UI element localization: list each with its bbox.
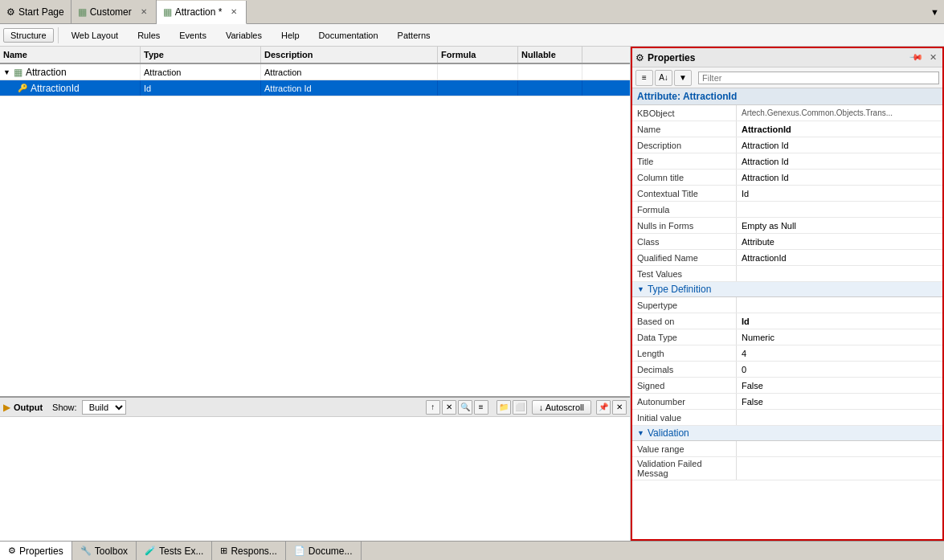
prop-label: Validation Failed Messag bbox=[632, 457, 737, 480]
props-filter-toggle-btn[interactable]: ▼ bbox=[674, 70, 692, 86]
tab-bar: ⚙ Start Page ▦ Customer ✕ ▦ Attraction *… bbox=[0, 0, 944, 24]
expand-icon: ▼ bbox=[3, 68, 10, 76]
show-label: Show: bbox=[52, 403, 77, 412]
output-folder-btn[interactable]: 📁 bbox=[497, 400, 511, 415]
props-row-formula[interactable]: Formula bbox=[632, 202, 942, 218]
col-header-name: Name bbox=[0, 47, 141, 63]
bottom-tab-label: Properties bbox=[19, 546, 63, 557]
props-tab-icon: ⚙ bbox=[8, 546, 16, 556]
grid-body: ▼ ▦ Attraction Attraction Attraction 🔑 A… bbox=[0, 64, 630, 396]
prop-value bbox=[737, 266, 942, 281]
col-header-formula: Formula bbox=[438, 47, 518, 63]
props-row-test-values[interactable]: Test Values bbox=[632, 266, 942, 282]
start-page-icon: ⚙ bbox=[6, 6, 15, 18]
filter-input[interactable] bbox=[698, 72, 939, 84]
bottom-tab-properties[interactable]: ⚙ Properties bbox=[0, 542, 72, 560]
props-row-class[interactable]: Class Attribute bbox=[632, 234, 942, 250]
tab-attraction-close[interactable]: ✕ bbox=[228, 6, 239, 18]
section-header-type-definition[interactable]: ▼ Type Definition bbox=[632, 282, 942, 297]
bottom-tab-toolbox[interactable]: 🔧 Toolbox bbox=[72, 542, 137, 560]
autoscroll-btn[interactable]: ↓ Autoscroll bbox=[532, 400, 591, 415]
props-row-data-type[interactable]: Data Type Numeric bbox=[632, 329, 942, 345]
props-row-column-title[interactable]: Column title Attraction Id bbox=[632, 170, 942, 186]
output-search-btn[interactable]: 🔍 bbox=[458, 400, 472, 415]
props-section-type-definition: Supertype Based on Id Data Type Numeric … bbox=[632, 297, 942, 426]
tests-tab-icon: 🧪 bbox=[145, 546, 156, 556]
prop-value: AttractionId bbox=[737, 121, 942, 137]
props-row-contextual-title[interactable]: Contextual Title Id bbox=[632, 186, 942, 202]
show-dropdown[interactable]: Build bbox=[82, 400, 126, 415]
prop-value bbox=[737, 297, 942, 313]
props-row-signed[interactable]: Signed False bbox=[632, 378, 942, 394]
output-up-btn[interactable]: ↑ bbox=[426, 400, 440, 415]
prop-label: Column title bbox=[632, 170, 737, 185]
output-filter-btn[interactable]: ≡ bbox=[474, 400, 488, 415]
prop-label: Test Values bbox=[632, 266, 737, 281]
structure-btn[interactable]: Structure bbox=[3, 28, 54, 43]
props-row-title[interactable]: Title Attraction Id bbox=[632, 153, 942, 170]
prop-value bbox=[737, 457, 942, 480]
tab-label: Customer bbox=[90, 6, 132, 18]
tab-attraction[interactable]: ▦ Attraction * ✕ bbox=[157, 1, 247, 24]
attraction-table-icon: ▦ bbox=[163, 6, 172, 18]
props-row-based-on[interactable]: Based on Id bbox=[632, 313, 942, 329]
variables-tab[interactable]: Variables bbox=[217, 28, 271, 43]
prop-label: Title bbox=[632, 153, 737, 169]
tab-start-page[interactable]: ⚙ Start Page bbox=[0, 0, 72, 23]
events-tab[interactable]: Events bbox=[170, 28, 215, 43]
prop-value: 0 bbox=[737, 362, 942, 377]
properties-close-btn[interactable]: ✕ bbox=[927, 51, 939, 63]
props-row-decimals[interactable]: Decimals 0 bbox=[632, 362, 942, 378]
prop-value bbox=[737, 410, 942, 425]
section-collapse-icon: ▼ bbox=[637, 429, 644, 437]
props-row-length[interactable]: Length 4 bbox=[632, 345, 942, 362]
prop-label: Description bbox=[632, 137, 737, 153]
bottom-tab-tests[interactable]: 🧪 Tests Ex... bbox=[137, 542, 212, 560]
props-row-nulls[interactable]: Nulls in Forms Empty as Null bbox=[632, 218, 942, 234]
props-list-view-btn[interactable]: ≡ bbox=[635, 70, 653, 86]
cell-formula bbox=[438, 64, 518, 80]
output-close-btn[interactable]: ✕ bbox=[612, 400, 627, 415]
cell-nullable bbox=[518, 64, 582, 80]
props-row-value-range[interactable]: Value range bbox=[632, 441, 942, 457]
props-row-autonumber[interactable]: Autonumber False bbox=[632, 394, 942, 410]
output-right-btns: ↑ ✕ 🔍 ≡ 📁 ⬜ ↓ Autoscroll 📌 ✕ bbox=[426, 400, 627, 415]
props-row-validation-failed[interactable]: Validation Failed Messag bbox=[632, 457, 942, 480]
table-row[interactable]: 🔑 AttractionId Id Attraction Id bbox=[0, 80, 630, 96]
section-header-validation[interactable]: ▼ Validation bbox=[632, 426, 942, 441]
pin-btn[interactable]: 📌 bbox=[906, 47, 926, 67]
properties-header-icon: ⚙ bbox=[635, 52, 644, 63]
rules-tab[interactable]: Rules bbox=[129, 28, 169, 43]
web-layout-tab[interactable]: Web Layout bbox=[63, 28, 128, 43]
output-stop-btn[interactable]: ✕ bbox=[442, 400, 456, 415]
props-row-supertype[interactable]: Supertype bbox=[632, 297, 942, 313]
bottom-tab-label: Toolbox bbox=[95, 546, 128, 557]
output-pin-btn[interactable]: 📌 bbox=[596, 400, 611, 415]
table-row[interactable]: ▼ ▦ Attraction Attraction Attraction bbox=[0, 64, 630, 80]
tab-overflow-btn[interactable]: ▼ bbox=[926, 7, 944, 17]
customer-table-icon: ▦ bbox=[78, 6, 87, 18]
prop-label: Signed bbox=[632, 378, 737, 393]
prop-value: 4 bbox=[737, 345, 942, 361]
patterns-tab[interactable]: Patterns bbox=[389, 28, 439, 43]
bottom-tab-response[interactable]: ⊞ Respons... bbox=[212, 542, 285, 560]
grid-header: Name Type Description Formula Nullable bbox=[0, 47, 630, 64]
output-window-btn[interactable]: ⬜ bbox=[513, 400, 527, 415]
tab-customer-close[interactable]: ✕ bbox=[138, 6, 149, 18]
help-tab[interactable]: Help bbox=[272, 28, 309, 43]
documentation-tab[interactable]: Documentation bbox=[310, 28, 387, 43]
prop-value: Id bbox=[737, 313, 942, 329]
bottom-tab-document[interactable]: 📄 Docume... bbox=[286, 542, 362, 560]
tree-indent: ▼ ▦ Attraction bbox=[3, 67, 67, 78]
tab-customer[interactable]: ▦ Customer ✕ bbox=[72, 0, 157, 23]
props-row-qualified-name[interactable]: Qualified Name AttractionId bbox=[632, 250, 942, 266]
prop-value: Id bbox=[737, 186, 942, 201]
props-sort-btn[interactable]: A↓ bbox=[655, 70, 672, 86]
prop-value: Attraction Id bbox=[737, 153, 942, 169]
props-row-kbobject[interactable]: KBObject Artech.Genexus.Common.Objects.T… bbox=[632, 105, 942, 121]
props-row-name[interactable]: Name AttractionId bbox=[632, 121, 942, 137]
props-row-description[interactable]: Description Attraction Id bbox=[632, 137, 942, 153]
properties-toolbar: ≡ A↓ ▼ bbox=[632, 67, 942, 88]
props-row-initial-value[interactable]: Initial value bbox=[632, 410, 942, 426]
main-toolbar: Structure Web Layout Rules Events Variab… bbox=[0, 24, 944, 47]
